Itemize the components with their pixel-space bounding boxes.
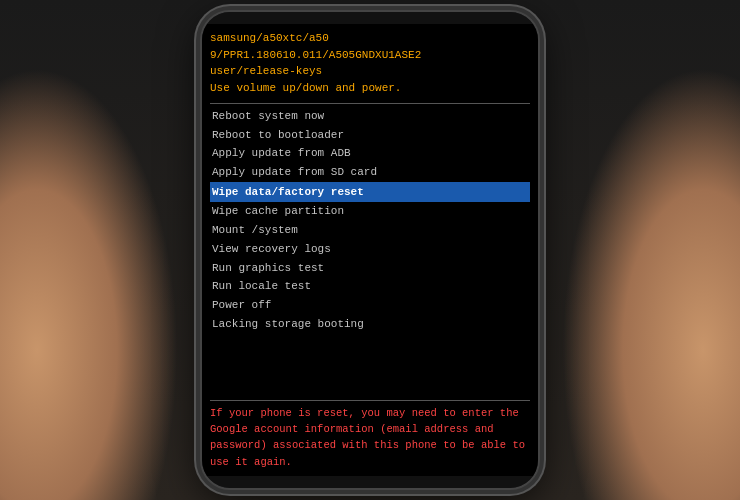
menu-item-4[interactable]: Wipe data/factory reset [210, 182, 530, 203]
menu-item-1[interactable]: Reboot to bootloader [210, 126, 530, 145]
header-line-4: Use volume up/down and power. [210, 80, 530, 97]
warning-text: If your phone is reset, you may need to … [210, 405, 530, 470]
header-line-3: user/release-keys [210, 63, 530, 80]
header-line-2: 9/PPR1.180610.011/A505GNDXU1ASE2 [210, 47, 530, 64]
phone-bottom-bar [202, 476, 538, 488]
menu-item-0[interactable]: Reboot system now [210, 107, 530, 126]
menu-item-5[interactable]: Wipe cache partition [210, 202, 530, 221]
menu-item-3[interactable]: Apply update from SD card [210, 163, 530, 182]
menu-item-6[interactable]: Mount /system [210, 221, 530, 240]
menu-item-11[interactable]: Lacking storage booting [210, 315, 530, 334]
header-line-1: samsung/a50xtc/a50 [210, 30, 530, 47]
divider-top [210, 103, 530, 104]
scene: samsung/a50xtc/a50 9/PPR1.180610.011/A50… [0, 0, 740, 500]
menu-item-8[interactable]: Run graphics test [210, 259, 530, 278]
phone-top-bar [202, 12, 538, 24]
recovery-menu: Reboot system nowReboot to bootloaderApp… [210, 107, 530, 396]
phone: samsung/a50xtc/a50 9/PPR1.180610.011/A50… [200, 10, 540, 490]
menu-item-9[interactable]: Run locale test [210, 277, 530, 296]
phone-screen: samsung/a50xtc/a50 9/PPR1.180610.011/A50… [202, 24, 538, 476]
menu-item-10[interactable]: Power off [210, 296, 530, 315]
screen-header: samsung/a50xtc/a50 9/PPR1.180610.011/A50… [210, 30, 530, 96]
menu-item-2[interactable]: Apply update from ADB [210, 144, 530, 163]
warning-section: If your phone is reset, you may need to … [210, 400, 530, 470]
menu-item-7[interactable]: View recovery logs [210, 240, 530, 259]
